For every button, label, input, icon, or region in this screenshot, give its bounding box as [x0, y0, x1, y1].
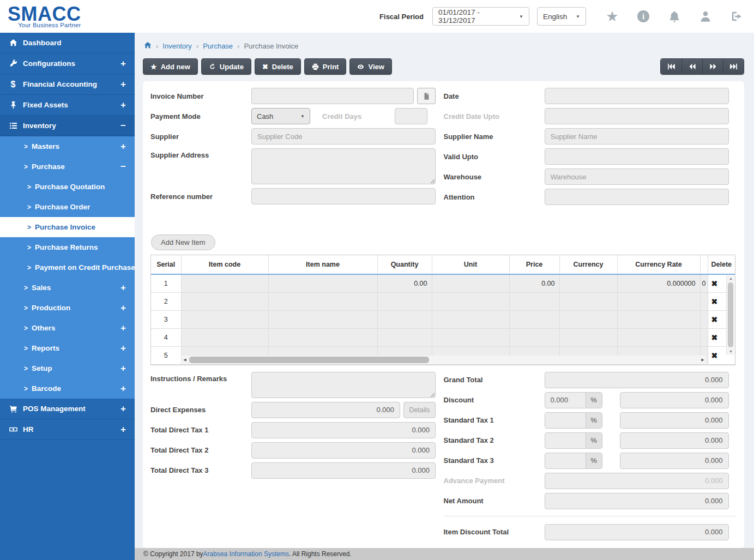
details-button[interactable]: Details [403, 402, 436, 418]
notifications-bell-icon[interactable] [668, 10, 681, 23]
expand-plus-icon[interactable]: + [120, 58, 126, 69]
first-record-button[interactable] [661, 59, 681, 74]
next-record-button[interactable] [702, 59, 723, 74]
logout-icon[interactable] [730, 10, 743, 23]
warehouse-input[interactable] [545, 168, 729, 185]
net-amount-input[interactable] [545, 493, 729, 509]
sidebar-item-production[interactable]: > Production + [0, 298, 135, 318]
fiscal-period-select[interactable]: 01/01/2017 - 31/12/2017 ▼ [432, 7, 529, 26]
sidebar-item-dashboard[interactable]: Dashboard [0, 33, 135, 53]
standard-tax-1-amount-input[interactable] [620, 412, 729, 429]
scroll-right-arrow[interactable]: ▶ [699, 356, 706, 364]
valid-upto-input[interactable] [545, 148, 729, 165]
invoice-number-input[interactable] [251, 88, 414, 104]
sidebar-item-sales[interactable]: > Sales + [0, 278, 135, 298]
update-button[interactable]: Update [201, 58, 251, 75]
delete-button[interactable]: ✖ Delete [255, 58, 301, 75]
currency-cell[interactable] [559, 274, 617, 292]
expand-plus-icon[interactable]: + [120, 100, 126, 111]
view-button[interactable]: View [349, 58, 391, 75]
add-new-button[interactable]: ★ Add new [143, 58, 198, 75]
attention-input[interactable] [545, 189, 729, 205]
user-profile-icon[interactable] [699, 10, 712, 23]
standard-tax-1-percent-input[interactable] [545, 413, 586, 428]
standard-tax-2-percent-input[interactable] [545, 433, 586, 448]
sidebar-item-purchase-returns[interactable]: > Purchase Returns [0, 237, 135, 257]
expand-plus-icon[interactable]: + [120, 424, 126, 435]
quantity-cell[interactable]: 0.00 [377, 274, 432, 292]
total-direct-tax-3-input[interactable] [251, 462, 436, 479]
standard-tax-3-percent-input[interactable] [545, 453, 586, 468]
sidebar-item-purchase-order[interactable]: > Purchase Order [0, 197, 135, 217]
expand-plus-icon[interactable]: + [120, 282, 126, 293]
smacc-logo[interactable]: SMACC Your Business Partner [8, 4, 81, 28]
sidebar-item-purchase[interactable]: > Purchase − [0, 156, 135, 177]
price-cell[interactable]: 0.00 [509, 274, 559, 292]
expand-plus-icon[interactable]: + [120, 404, 126, 414]
scroll-down-arrow[interactable]: ▼ [727, 348, 735, 355]
supplier-address-textarea[interactable] [251, 148, 436, 184]
sidebar-item-fixed-assets[interactable]: Fixed Assets + [0, 95, 135, 116]
discount-amount-input[interactable] [620, 392, 729, 408]
direct-expenses-input[interactable] [251, 402, 400, 418]
expand-plus-icon[interactable]: + [120, 363, 126, 374]
credit-date-upto-input[interactable] [545, 108, 729, 124]
credit-days-input[interactable] [395, 108, 427, 124]
sidebar-item-pos-management[interactable]: POS Management + [0, 399, 135, 419]
scroll-up-arrow[interactable]: ▲ [727, 275, 735, 282]
print-button[interactable]: Print [304, 58, 347, 75]
sidebar-item-inventory[interactable]: Inventory − [0, 116, 135, 136]
sidebar-item-others[interactable]: > Others + [0, 318, 135, 338]
previous-record-button[interactable] [681, 59, 702, 74]
item-row-4[interactable]: 4 ✖ [151, 328, 735, 346]
supplier-name-input[interactable] [545, 128, 729, 144]
sidebar-item-setup[interactable]: > Setup + [0, 358, 135, 378]
grand-total-input[interactable] [545, 372, 729, 388]
info-icon[interactable]: i [637, 10, 650, 23]
sidebar-item-purchase-invoice[interactable]: > Purchase Invoice [0, 217, 135, 237]
language-select[interactable]: English ▼ [537, 7, 586, 26]
expand-plus-icon[interactable]: + [120, 141, 126, 152]
reference-number-input[interactable] [251, 188, 436, 204]
standard-tax-2-amount-input[interactable] [620, 432, 729, 449]
expand-plus-icon[interactable]: + [120, 303, 126, 314]
collapse-minus-icon[interactable]: − [120, 161, 126, 172]
table-vertical-scrollbar[interactable]: ▲ ▼ [726, 275, 734, 355]
breadcrumb-inventory[interactable]: Inventory [162, 42, 191, 50]
favorites-star-icon[interactable]: ★ [606, 10, 619, 23]
payment-mode-select[interactable]: Cash ▼ [251, 108, 310, 124]
horizontal-scroll-thumb[interactable] [189, 357, 429, 363]
advance-payment-input[interactable] [545, 473, 729, 489]
standard-tax-3-amount-input[interactable] [620, 453, 729, 469]
sidebar-item-configurations[interactable]: Configurations + [0, 53, 135, 74]
document-icon-button[interactable] [417, 88, 436, 104]
item-name-cell[interactable] [268, 274, 377, 292]
item-row-3[interactable]: 3 ✖ [151, 310, 735, 328]
sidebar-item-payment-on-credit-purchase[interactable]: > Payment on Credit Purchase [0, 257, 135, 278]
vertical-scroll-thumb[interactable] [728, 282, 733, 347]
date-input[interactable] [545, 88, 729, 104]
sidebar-item-barcode[interactable]: > Barcode + [0, 378, 135, 399]
item-row-2[interactable]: 2 ✖ [151, 292, 735, 310]
item-code-cell[interactable] [181, 274, 268, 292]
total-direct-tax-1-input[interactable] [251, 422, 436, 438]
sidebar-item-masters[interactable]: > Masters + [0, 136, 135, 156]
item-discount-total-input[interactable] [545, 524, 729, 540]
currency-rate-cell[interactable]: 0.000000 [617, 274, 700, 292]
item-row-1[interactable]: 1 0.00 0.00 0.000000 0 ✖ [151, 274, 735, 292]
last-record-button[interactable] [723, 59, 744, 74]
expand-plus-icon[interactable]: + [120, 323, 126, 334]
discount-percent-input[interactable] [545, 393, 586, 408]
supplier-code-input[interactable] [251, 128, 436, 144]
total-direct-tax-2-input[interactable] [251, 442, 436, 459]
table-horizontal-scrollbar[interactable]: ◀ ▶ [182, 356, 706, 364]
unit-cell[interactable] [432, 274, 509, 292]
scroll-left-arrow[interactable]: ◀ [182, 356, 188, 364]
arabsea-link[interactable]: Arabsea Information Systems [203, 550, 289, 558]
sidebar-item-reports[interactable]: > Reports + [0, 338, 135, 358]
expand-plus-icon[interactable]: + [120, 79, 126, 90]
expand-plus-icon[interactable]: + [120, 343, 126, 354]
collapse-minus-icon[interactable]: − [120, 121, 126, 131]
sidebar-item-hr[interactable]: HR + [0, 419, 135, 440]
breadcrumb-purchase[interactable]: Purchase [203, 42, 233, 50]
